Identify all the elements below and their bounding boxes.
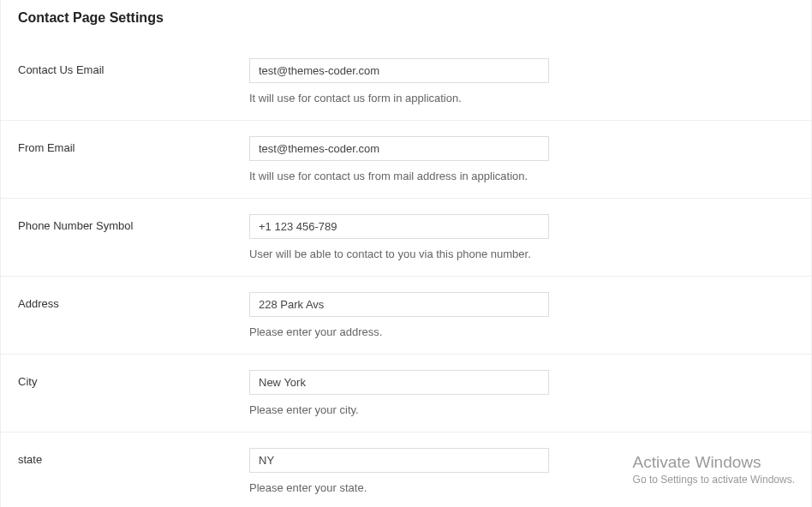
help-address: Please enter your address. [249,325,794,338]
help-from-email: It will use for contact us from mail add… [249,170,794,182]
row-city: City Please enter your city. [1,355,811,432]
label-city: City [18,370,249,416]
label-address: Address [18,292,249,338]
field-wrap-city: Please enter your city. [249,370,794,416]
row-address: Address Please enter your address. [1,277,811,355]
help-state: Please enter your state. [249,481,794,494]
field-wrap-from-email: It will use for contact us from mail add… [249,136,794,182]
help-phone: User will be able to contact to you via … [249,248,794,260]
input-contact-email[interactable] [249,58,549,83]
label-state: state [18,448,249,494]
input-address[interactable] [249,292,549,317]
label-contact-email: Contact Us Email [18,58,249,104]
row-from-email: From Email It will use for contact us fr… [1,121,811,199]
label-phone: Phone Number Symbol [18,214,249,260]
page-title: Contact Page Settings [1,9,811,43]
input-city[interactable] [249,370,549,395]
field-wrap-address: Please enter your address. [249,292,794,338]
field-wrap-phone: User will be able to contact to you via … [249,214,794,260]
input-phone[interactable] [249,214,549,239]
label-from-email: From Email [18,136,249,182]
field-wrap-state: Please enter your state. [249,448,794,494]
settings-container: Contact Page Settings Contact Us Email I… [0,0,812,507]
help-city: Please enter your city. [249,403,794,416]
input-from-email[interactable] [249,136,549,161]
row-contact-email: Contact Us Email It will use for contact… [1,43,811,121]
row-phone: Phone Number Symbol User will be able to… [1,199,811,277]
field-wrap-contact-email: It will use for contact us form in appli… [249,58,794,104]
help-contact-email: It will use for contact us form in appli… [249,92,794,104]
input-state[interactable] [249,448,549,473]
row-state: state Please enter your state. [1,432,811,507]
